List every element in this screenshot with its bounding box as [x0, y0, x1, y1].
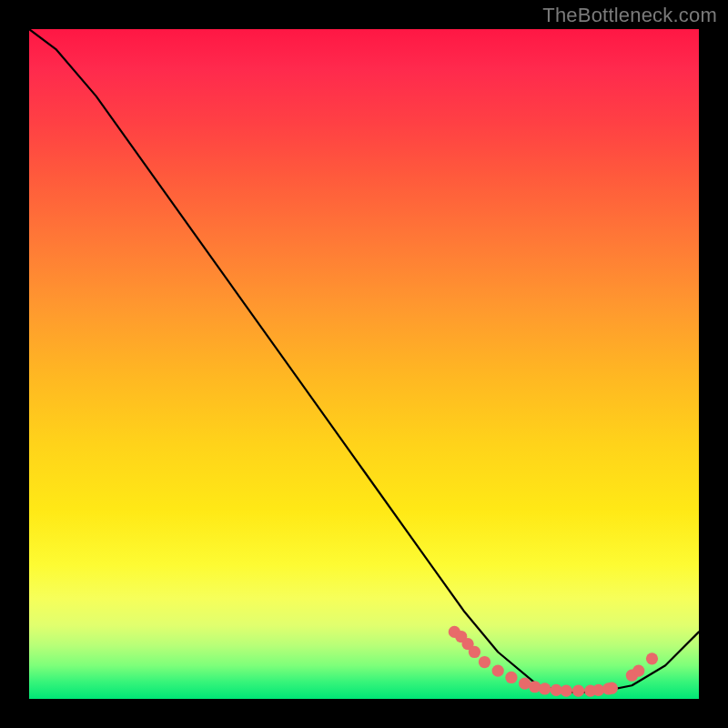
- data-marker: [469, 646, 480, 658]
- chart-svg: [29, 29, 699, 699]
- data-marker: [529, 681, 541, 693]
- data-marker: [539, 682, 551, 694]
- data-marker: [646, 652, 658, 664]
- data-marker: [561, 685, 572, 697]
- data-marker: [492, 664, 504, 676]
- plot-area: [29, 29, 699, 699]
- data-marker: [606, 682, 618, 694]
- data-marker: [505, 672, 517, 683]
- data-marker: [572, 685, 584, 697]
- watermark-text: TheBottleneck.com: [542, 4, 717, 27]
- bottleneck-curve: [29, 29, 699, 693]
- data-marker: [479, 656, 490, 668]
- chart-container: TheBottleneck.com: [0, 0, 728, 728]
- data-marker: [632, 664, 644, 676]
